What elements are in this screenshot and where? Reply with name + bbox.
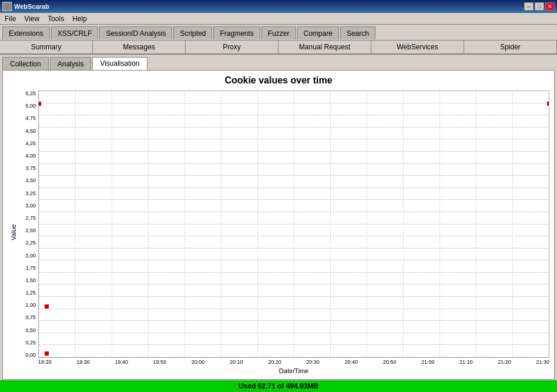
tab-xss-crlf[interactable]: XSS/CRLF <box>51 26 99 39</box>
status-bar: Used 62.71 of 494.93MB <box>0 380 557 392</box>
tab2-spider[interactable]: Spider <box>464 41 557 53</box>
tab3-visualisation[interactable]: Visualisation <box>92 57 147 70</box>
title-bar: WebScarab ─ □ ✕ <box>0 0 557 13</box>
tab2-messages[interactable]: Messages <box>93 41 186 53</box>
tab-scripted[interactable]: Scripted <box>173 26 212 39</box>
tab-compare[interactable]: Compare <box>297 26 339 39</box>
grid-line-v <box>549 91 549 357</box>
menu-file[interactable]: File <box>1 14 19 24</box>
main-content: Cookie values over time Value 0,00 0,25 … <box>2 70 555 380</box>
close-button[interactable]: ✕ <box>545 2 555 11</box>
tab2-manual-request[interactable]: Manual Request <box>278 41 371 53</box>
tab-fragments[interactable]: Fragments <box>213 26 260 39</box>
title-bar-left: WebScarab <box>2 2 49 11</box>
grid-line-v <box>512 91 513 357</box>
tab-row3: Collection Analysis Visualisation <box>0 55 557 70</box>
title-bar-text: WebScarab <box>14 3 49 10</box>
grid-line-v <box>39 91 39 357</box>
chart-title: Cookie values over time <box>224 75 332 86</box>
data-point <box>45 351 49 356</box>
grid-line-v <box>148 91 149 357</box>
grid-line-v <box>367 91 367 357</box>
tab-fuzzer[interactable]: Fuzzer <box>261 26 296 39</box>
data-point <box>38 102 41 106</box>
grid-line-v <box>294 91 294 357</box>
grid-line-v <box>257 91 258 357</box>
status-text: Used 62.71 of 494.93MB <box>239 382 318 390</box>
minimize-button[interactable]: ─ <box>524 2 533 11</box>
grid-line-v <box>112 91 112 357</box>
tab2-proxy[interactable]: Proxy <box>186 41 278 53</box>
tab-sessionid-analysis[interactable]: SessionID Analysis <box>99 26 172 39</box>
chart-with-axes: 0,00 0,25 0,50 0,75 1,00 1,25 1,50 1,75 … <box>17 91 549 374</box>
y-axis-label: Value <box>8 91 17 374</box>
tab3-analysis[interactable]: Analysis <box>50 57 92 70</box>
menu-bar: File View Tools Help <box>0 13 557 25</box>
menu-view[interactable]: View <box>21 14 43 24</box>
tab-row1: Extensions XSS/CRLF SessionID Analysis S… <box>0 25 557 40</box>
menu-help[interactable]: Help <box>69 14 90 24</box>
chart-container: Cookie values over time Value 0,00 0,25 … <box>8 75 549 374</box>
grid-line-v <box>476 91 477 357</box>
grid-line-v <box>439 91 440 357</box>
tab-extensions[interactable]: Extensions <box>2 26 50 39</box>
x-axis-title: Date/Time <box>17 365 549 374</box>
tab-search[interactable]: Search <box>340 26 375 39</box>
tab2-webservices[interactable]: WebServices <box>371 41 464 53</box>
chart-area: Value 0,00 0,25 0,50 0,75 1,00 1,25 1,50… <box>8 91 549 374</box>
x-axis-labels: 19:20 19:30 19:40 19:50 20:00 20:10 20:2… <box>17 358 549 365</box>
data-point <box>45 304 49 309</box>
grid-line-v <box>221 91 222 357</box>
tab2-summary[interactable]: Summary <box>0 41 93 53</box>
grid-line-v <box>75 91 76 357</box>
tab3-collection[interactable]: Collection <box>2 57 49 70</box>
data-point <box>547 102 549 106</box>
tab-row2: Summary Messages Proxy Manual Request We… <box>0 40 557 55</box>
grid-line-v <box>330 91 331 357</box>
chart-plot-area: 0,00 0,25 0,50 0,75 1,00 1,25 1,50 1,75 … <box>17 91 549 358</box>
maximize-button[interactable]: □ <box>535 2 544 11</box>
app-icon <box>2 2 12 11</box>
grid-line-v <box>184 91 185 357</box>
plot-surface <box>38 91 549 358</box>
y-tick-labels: 0,00 0,25 0,50 0,75 1,00 1,25 1,50 1,75 … <box>17 91 38 358</box>
menu-tools[interactable]: Tools <box>44 14 68 24</box>
grid-line-v <box>403 91 404 357</box>
title-bar-buttons: ─ □ ✕ <box>524 2 555 11</box>
